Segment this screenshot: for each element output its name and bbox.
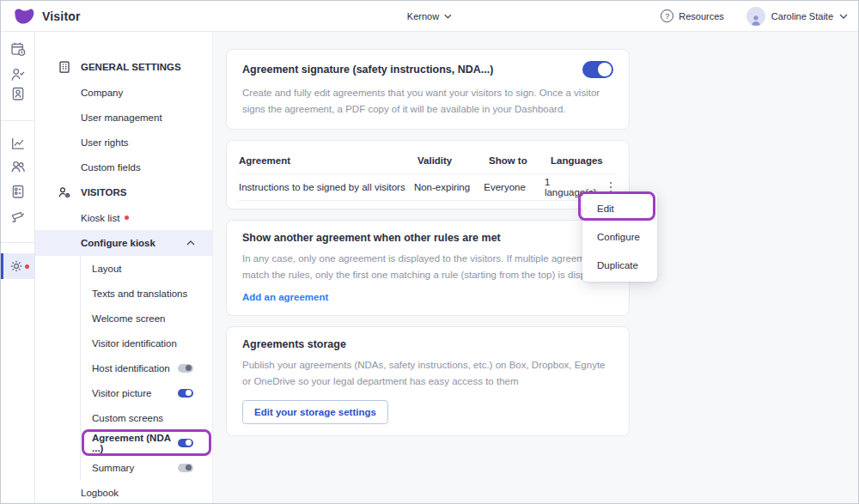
rules-card: Show another agreement when other rules … — [226, 220, 630, 316]
brand-logo-icon — [13, 6, 35, 27]
settings-sidebar: GENERAL SETTINGS Company User management… — [35, 32, 213, 503]
column-header-agreement: Agreement — [239, 155, 417, 166]
edit-storage-settings-button[interactable]: Edit your storage settings — [242, 400, 388, 424]
person-icon — [750, 14, 762, 26]
sidebar-item-host-identification[interactable]: Host identification — [81, 355, 212, 380]
table-row: Instructions to be signed by all visitor… — [239, 174, 617, 201]
visitor-picture-toggle[interactable] — [178, 389, 193, 398]
sidebar-item-custom-screens[interactable]: Custom screens — [81, 405, 212, 430]
avatar — [746, 7, 765, 26]
item-label: Visitor identification — [92, 338, 177, 349]
sidebar-item-visitor-identification[interactable]: Visitor identification — [81, 331, 212, 355]
resources-button[interactable]: ? Resources — [661, 9, 724, 22]
card-description: Publish your agreements (NDAs, safety in… — [242, 357, 613, 390]
cell-agreement: Instructions to be signed by all visitor… — [239, 182, 414, 192]
item-label: Logbook — [81, 488, 119, 498]
card-title: Show another agreement when other rules … — [242, 232, 613, 244]
sidebar-item-custom-fields[interactable]: Custom fields — [35, 155, 212, 179]
sidebar-item-visitor-picture[interactable]: Visitor picture — [81, 380, 212, 405]
settings-icon — [9, 258, 24, 274]
column-header-languages: Languages — [551, 155, 612, 166]
chevron-down-icon — [839, 14, 848, 19]
menu-item-duplicate[interactable]: Duplicate — [582, 251, 657, 279]
sidebar-item-layout[interactable]: Layout — [81, 256, 212, 281]
kiosk-icon[interactable] — [10, 184, 26, 199]
agreement-signature-card: Agreement signature (safety instructions… — [226, 49, 630, 130]
sidebar-item-welcome-screen[interactable]: Welcome screen — [81, 306, 212, 331]
card-description: Create and fully edit agreements that yo… — [242, 85, 613, 118]
item-label: Texts and translations — [92, 288, 187, 299]
top-bar: Visitor Kernow ? Resources Caroline Stai — [1, 1, 858, 32]
configure-kiosk-subgroup: Layout Texts and translations Welcome sc… — [80, 256, 212, 480]
item-label: Visitor picture — [92, 388, 151, 398]
menu-item-edit[interactable]: Edit — [582, 194, 657, 222]
rail-divider — [1, 120, 34, 121]
item-label: Custom screens — [92, 413, 163, 423]
agreement-signature-toggle[interactable] — [582, 61, 613, 78]
item-label: Layout — [92, 264, 122, 274]
host-identification-toggle[interactable] — [178, 364, 193, 373]
chevron-down-icon — [444, 14, 452, 19]
summary-toggle[interactable] — [178, 464, 193, 472]
table-header-row: Agreement Validity Show to Languages — [239, 149, 617, 174]
app-window: Visitor Kernow ? Resources Caroline Stai — [0, 0, 859, 504]
sidebar-item-logbook[interactable]: Logbook — [35, 480, 212, 504]
sidebar-item-configure-kiosk[interactable]: Configure kiosk — [35, 230, 212, 256]
sidebar-item-user-rights[interactable]: User rights — [35, 130, 212, 155]
column-header-show-to: Show to — [489, 155, 551, 166]
calendar-icon[interactable] — [10, 41, 26, 57]
analytics-icon[interactable] — [10, 136, 26, 151]
main-content: Agreement signature (safety instructions… — [213, 32, 858, 503]
visitor-settings-icon — [58, 185, 71, 199]
location-selector[interactable]: Kernow — [407, 11, 452, 21]
sidebar-item-agreement-nda[interactable]: Agreement (NDA ...) — [81, 430, 212, 455]
camera-icon[interactable] — [10, 209, 26, 225]
kiosk-list-alert-dot — [125, 216, 129, 220]
section-label: GENERAL SETTINGS — [81, 62, 181, 72]
item-label: Summary — [92, 463, 134, 473]
section-label: VISITORS — [81, 187, 126, 197]
storage-card: Agreements storage Publish your agreemen… — [226, 326, 630, 436]
card-title: Agreements storage — [242, 338, 613, 350]
item-label: Custom fields — [81, 162, 141, 173]
cell-show-to: Everyone — [484, 182, 545, 192]
item-label: Welcome screen — [92, 313, 165, 324]
app-title: Visitor — [42, 9, 81, 23]
visitor-check-icon[interactable] — [10, 67, 26, 82]
item-label: User rights — [81, 137, 129, 148]
item-label: Host identification — [92, 363, 170, 373]
cell-validity: Non-expiring — [414, 182, 484, 192]
badge-icon[interactable] — [10, 86, 26, 101]
sidebar-item-texts-translations[interactable]: Texts and translations — [81, 281, 212, 306]
header-actions: ? Resources Caroline Staite — [661, 7, 848, 26]
sidebar-item-user-management[interactable]: User management — [35, 105, 212, 130]
agreement-nda-toggle[interactable] — [178, 439, 193, 447]
item-label: Configure kiosk — [81, 238, 155, 248]
menu-item-configure[interactable]: Configure — [582, 222, 657, 251]
location-label: Kernow — [407, 11, 439, 21]
user-menu[interactable]: Caroline Staite — [746, 7, 848, 26]
item-label: User management — [81, 112, 162, 123]
card-description: In any case, only one agreement is displ… — [242, 251, 613, 283]
building-icon — [58, 60, 71, 74]
resources-label: Resources — [679, 11, 724, 21]
card-title: Agreement signature (safety instructions… — [242, 64, 493, 76]
item-label: Company — [81, 88, 123, 98]
visitors-icon[interactable] — [10, 159, 26, 174]
sidebar-section-general-settings: GENERAL SETTINGS — [35, 54, 212, 80]
sidebar-item-company[interactable]: Company — [35, 80, 212, 105]
rail-divider — [1, 242, 34, 243]
add-agreement-link[interactable]: Add an agreement — [242, 292, 328, 302]
sidebar-section-visitors: VISITORS — [35, 179, 212, 205]
help-icon: ? — [661, 9, 673, 22]
rail-item-settings[interactable] — [1, 253, 34, 279]
brand[interactable]: Visitor — [13, 6, 81, 27]
sidebar-item-kiosk-list[interactable]: Kiosk list — [35, 205, 212, 230]
item-label: Agreement (NDA ...) — [92, 433, 178, 453]
sidebar-item-summary[interactable]: Summary — [81, 455, 212, 480]
item-label: Kiosk list — [81, 213, 119, 223]
settings-alert-dot — [25, 264, 29, 269]
chevron-up-icon — [186, 240, 195, 246]
column-header-validity: Validity — [417, 155, 489, 166]
icon-rail — [1, 32, 35, 503]
